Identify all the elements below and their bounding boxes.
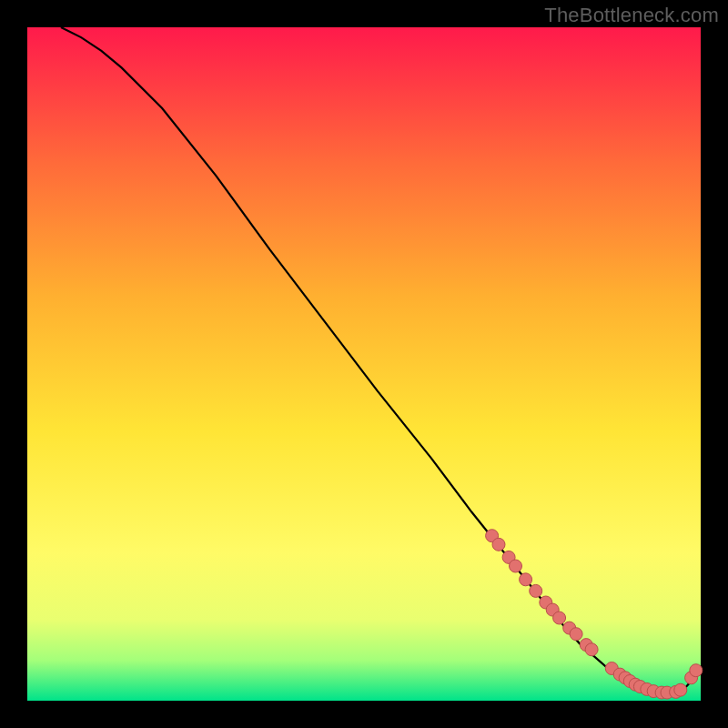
plot-gradient-background — [27, 27, 701, 701]
highlight-dot — [530, 584, 542, 597]
highlight-dot — [520, 573, 532, 586]
highlight-dot — [690, 664, 703, 677]
watermark-text: TheBottleneck.com — [544, 4, 719, 27]
highlight-dot — [674, 683, 687, 696]
chart-stage: TheBottleneck.com — [0, 0, 728, 728]
bottleneck-chart — [0, 0, 728, 728]
highlight-dot — [585, 643, 598, 656]
highlight-dot — [492, 538, 505, 551]
highlight-dot — [510, 560, 522, 572]
highlight-dot — [570, 628, 582, 641]
highlight-dot — [553, 612, 566, 624]
